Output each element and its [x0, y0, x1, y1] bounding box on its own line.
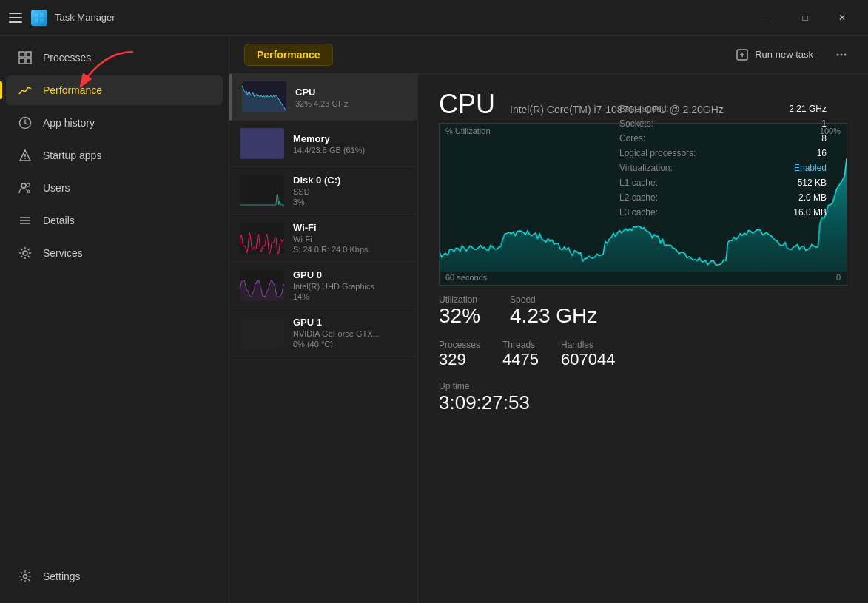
spec-sockets: Sockets: 1	[619, 118, 827, 129]
disk-name: Disk 0 (C:)	[293, 175, 407, 186]
cpu-thumb-chart	[242, 81, 286, 112]
sockets-val: 1	[821, 118, 827, 129]
gpu1-sub2: 0% (40 °C)	[293, 340, 407, 348]
stats-row: Utilization 32% Speed 4.23 GHz	[439, 294, 847, 328]
sidebar-item-startup-apps[interactable]: Startup apps	[6, 141, 223, 170]
sidebar-item-settings[interactable]: Settings	[6, 562, 223, 591]
disk-sub1: SSD	[293, 187, 407, 196]
wifi-info: Wi-Fi Wi-Fi S: 24.0 R: 24.0 Kbps	[293, 222, 407, 254]
settings-icon	[18, 569, 33, 584]
cpu-title: CPU	[439, 89, 495, 120]
device-item-gpu1[interactable]: GPU 1 NVIDIA GeForce GTX... 0% (40 °C)	[229, 309, 417, 357]
gpu1-thumbnail	[240, 317, 284, 348]
svg-rect-4	[19, 52, 24, 57]
spec-l3: L3 cache: 16.0 MB	[619, 207, 827, 218]
close-button[interactable]: ✕	[825, 6, 859, 30]
device-item-cpu[interactable]: CPU 32% 4.23 GHz	[229, 74, 417, 121]
processes-stat-label: Processes	[439, 340, 480, 350]
more-options-button[interactable]	[830, 43, 853, 67]
gpu0-name: GPU 0	[293, 269, 407, 280]
utilization-label: Utilization	[439, 294, 480, 305]
svg-rect-7	[26, 58, 31, 64]
memory-sub: 14.4/23.8 GB (61%)	[293, 146, 407, 155]
grid-icon	[18, 50, 33, 65]
process-stats-row: Processes 329 Threads 4475 Handles 60704…	[439, 340, 847, 369]
more-icon	[835, 48, 848, 61]
handles-stat-value: 607044	[561, 350, 615, 369]
menu-icon[interactable]	[9, 10, 24, 25]
content-area: CPU 32% 4.23 GHz Memory 14.4/23.8 GB (61…	[229, 74, 868, 603]
clock-icon	[18, 115, 33, 130]
spec-virtualization: Virtualization: Enabled	[619, 163, 827, 173]
wifi-thumb-chart	[240, 223, 284, 254]
svg-point-11	[24, 158, 26, 159]
device-item-memory[interactable]: Memory 14.4/23.8 GB (61%)	[229, 121, 417, 167]
l3-val: 16.0 MB	[793, 207, 827, 218]
speed-stat: Speed 4.23 GHz	[510, 294, 597, 328]
wifi-name: Wi-Fi	[293, 222, 407, 233]
specs-panel: Base speed: 2.21 GHz Sockets: 1 Cores: 8	[619, 104, 827, 222]
handles-stat-label: Handles	[561, 340, 615, 350]
base-speed-val: 2.21 GHz	[789, 104, 827, 114]
cores-key: Cores:	[619, 133, 645, 144]
gpu0-info: GPU 0 Intel(R) UHD Graphics 14%	[293, 269, 407, 301]
svg-point-12	[21, 183, 26, 188]
svg-rect-3	[40, 18, 44, 22]
chart-time-label: 60 seconds	[445, 273, 487, 282]
cpu-thumbnail	[242, 81, 286, 112]
uptime-label: Up time	[439, 381, 847, 391]
device-list: CPU 32% 4.23 GHz Memory 14.4/23.8 GB (61…	[229, 74, 418, 603]
sidebar-item-processes[interactable]: Processes	[6, 43, 223, 73]
spec-l2: L2 cache: 2.0 MB	[619, 192, 827, 203]
cores-val: 8	[821, 133, 827, 144]
svg-rect-6	[19, 58, 24, 64]
threads-stat-value: 4475	[502, 350, 539, 369]
details-label: Details	[43, 215, 75, 226]
run-new-task-button[interactable]: Run new task	[728, 44, 821, 66]
run-task-icon	[736, 48, 749, 61]
uptime-section: Up time 3:09:27:53	[439, 381, 847, 414]
maximize-button[interactable]: □	[788, 6, 822, 30]
settings-label: Settings	[43, 570, 81, 582]
device-item-disk0[interactable]: Disk 0 (C:) SSD 3%	[229, 167, 417, 215]
svg-point-13	[27, 183, 30, 186]
run-new-task-label: Run new task	[755, 49, 813, 60]
virtualization-key: Virtualization:	[619, 163, 673, 173]
sidebar: Processes Performance App history	[0, 36, 229, 603]
sidebar-item-performance[interactable]: Performance	[6, 75, 223, 105]
device-item-gpu0[interactable]: GPU 0 Intel(R) UHD Graphics 14%	[229, 262, 417, 309]
details-icon	[18, 213, 33, 228]
device-item-wifi[interactable]: Wi-Fi Wi-Fi S: 24.0 R: 24.0 Kbps	[229, 215, 417, 262]
gpu0-sub2: 14%	[293, 292, 407, 301]
disk-thumbnail	[240, 175, 284, 206]
spec-logical: Logical processors: 16	[619, 148, 827, 158]
processes-stat: Processes 329	[439, 340, 480, 369]
detail-inner: CPU Intel(R) Core(TM) i7-10870H CPU @ 2.…	[439, 89, 847, 414]
minimize-button[interactable]: ─	[751, 6, 785, 30]
spec-base-speed: Base speed: 2.21 GHz	[619, 104, 827, 114]
gpu1-info: GPU 1 NVIDIA GeForce GTX... 0% (40 °C)	[293, 317, 407, 348]
startup-icon	[18, 148, 33, 163]
svg-rect-0	[35, 13, 38, 17]
l2-key: L2 cache:	[619, 192, 658, 203]
handles-stat: Handles 607044	[561, 340, 615, 369]
sidebar-item-users[interactable]: Users	[6, 173, 223, 203]
services-label: Services	[43, 247, 83, 259]
processes-stat-value: 329	[439, 350, 480, 369]
memory-info: Memory 14.4/23.8 GB (61%)	[293, 133, 407, 155]
page-title: Performance	[244, 44, 333, 66]
sidebar-item-services[interactable]: Services	[6, 238, 223, 268]
l3-key: L3 cache:	[619, 207, 658, 218]
gpu0-thumb-chart	[240, 270, 284, 301]
startup-apps-label: Startup apps	[43, 149, 101, 161]
chart-footer: 60 seconds 0	[440, 272, 847, 283]
svg-point-23	[841, 53, 843, 55]
app-icon	[31, 10, 47, 26]
speed-label: Speed	[510, 294, 597, 305]
sockets-key: Sockets:	[619, 118, 653, 129]
sidebar-item-details[interactable]: Details	[6, 206, 223, 235]
sidebar-item-app-history[interactable]: App history	[6, 108, 223, 138]
cpu-name: CPU	[295, 87, 407, 98]
svg-point-18	[24, 575, 27, 579]
base-speed-key: Base speed:	[619, 104, 669, 114]
